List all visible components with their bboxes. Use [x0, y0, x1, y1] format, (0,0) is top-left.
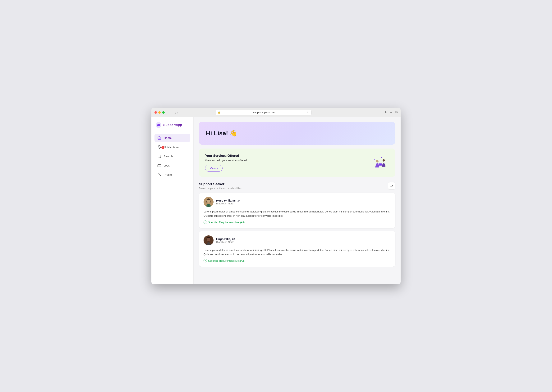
svg-point-7	[159, 173, 160, 175]
lock-icon: 🔒	[218, 111, 220, 114]
nav-arrows: ‹ ›	[174, 111, 178, 114]
sidebar-item-profile[interactable]: Profile	[154, 170, 190, 179]
address-bar[interactable]: 🔒 supportapp.com.au ↻	[216, 110, 312, 115]
svg-point-3	[159, 125, 160, 125]
refresh-icon[interactable]: ↻	[307, 111, 309, 114]
view-services-button[interactable]: View ›	[205, 165, 223, 171]
services-card: Your Services Offered View and edit your…	[199, 148, 395, 177]
section-title-group: Support Seeker Based on your profile and…	[199, 182, 241, 190]
notifications-icon: 4	[157, 145, 161, 149]
services-illustration: ✦ ✦ ✦	[370, 155, 389, 170]
main-content: Hi Lisa! 👋 Your Services Offered View an…	[194, 117, 400, 284]
close-button[interactable]	[154, 111, 157, 114]
section-title: Support Seeker	[199, 182, 241, 186]
filter-button[interactable]	[388, 182, 395, 189]
svg-point-13	[376, 160, 378, 162]
url-text: supportapp.com.au	[222, 111, 306, 114]
back-arrow[interactable]: ‹	[174, 111, 176, 114]
hero-greeting: Hi Lisa! 👋	[206, 130, 237, 137]
browser-actions: ⬇ ＋ ⧉	[385, 111, 398, 114]
profile-info-rose: Rose Williams, 34 Blackburn North	[216, 199, 240, 205]
maximize-button[interactable]	[162, 111, 165, 114]
check-icon-hugo	[203, 259, 207, 262]
section-header: Support Seeker Based on your profile and…	[199, 182, 395, 190]
svg-point-21	[392, 185, 393, 186]
home-icon	[157, 136, 161, 140]
profile-description-rose: Lorem ipsum dolor sit amet, consectetur …	[203, 210, 391, 218]
jobs-icon	[157, 163, 161, 168]
profile-icon	[157, 172, 161, 177]
forward-arrow[interactable]: ›	[177, 111, 178, 114]
search-label: Search	[164, 155, 173, 158]
section-subtitle: Based on your profile and availabilities	[199, 187, 241, 190]
profile-card-hugo[interactable]: Hugo Ellis, 28 Blackburn North Lorem ips…	[199, 231, 395, 267]
home-label: Home	[164, 136, 172, 140]
profile-card-rose[interactable]: Rose Williams, 34 Blackburn North Lorem …	[199, 193, 395, 228]
notifications-label: Notifications	[164, 146, 179, 149]
new-tab-icon[interactable]: ＋	[390, 111, 393, 114]
requirements-badge-hugo: Specified Requirements Met (All)	[203, 259, 391, 262]
jobs-label: Jobs	[164, 164, 170, 167]
notification-badge: 4	[161, 146, 164, 149]
services-subtitle: View and edit your services offered	[205, 159, 247, 162]
svg-text:✦: ✦	[374, 159, 375, 160]
sidebar-item-jobs[interactable]: Jobs	[154, 161, 190, 170]
logo: SupportApp	[154, 122, 190, 128]
traffic-lights	[154, 111, 165, 114]
avatar-hugo	[203, 235, 213, 245]
services-title: Your Services Offered	[205, 154, 247, 158]
chevron-right-icon: ›	[217, 167, 218, 170]
requirements-text-hugo: Specified Requirements Met (All)	[208, 259, 245, 262]
logo-icon	[155, 122, 162, 128]
profile-location-hugo: Blackburn North	[216, 241, 235, 244]
browser-content: SupportApp Home	[152, 117, 400, 284]
profile-header-rose: Rose Williams, 34 Blackburn North	[203, 197, 391, 207]
svg-point-2	[158, 125, 159, 125]
requirements-badge-rose: Specified Requirements Met (All)	[203, 221, 391, 224]
minimize-button[interactable]	[158, 111, 161, 114]
services-content: Your Services Offered View and edit your…	[205, 154, 247, 171]
profile-description-hugo: Lorem ipsum dolor sit amet, consectetur …	[203, 248, 391, 256]
check-icon-rose	[203, 221, 207, 224]
sidebar-item-search[interactable]: Search	[154, 152, 190, 161]
browser-window: ‹ › 🔒 supportapp.com.au ↻ ⬇ ＋ ⧉	[152, 108, 400, 284]
svg-text:✦: ✦	[385, 158, 386, 159]
hero-card: Hi Lisa! 👋	[199, 122, 395, 145]
svg-rect-6	[158, 165, 161, 167]
profile-name-hugo: Hugo Ellis, 28	[216, 237, 235, 241]
sidebar: SupportApp Home	[152, 117, 194, 284]
profile-location-rose: Blackburn North	[216, 202, 240, 205]
svg-point-14	[383, 159, 385, 161]
logo-text: SupportApp	[163, 123, 182, 127]
svg-line-5	[160, 157, 161, 158]
profile-info-hugo: Hugo Ellis, 28 Blackburn North	[216, 237, 235, 244]
browser-chrome: ‹ › 🔒 supportapp.com.au ↻ ⬇ ＋ ⧉	[152, 108, 400, 117]
tabs-icon[interactable]: ⧉	[395, 111, 398, 114]
sidebar-item-notifications[interactable]: 4 Notifications	[154, 143, 190, 151]
profile-header-hugo: Hugo Ellis, 28 Blackburn North	[203, 235, 391, 245]
search-icon	[157, 154, 161, 158]
download-icon[interactable]: ⬇	[385, 111, 387, 114]
svg-text:✦: ✦	[381, 157, 382, 158]
svg-point-1	[158, 125, 158, 125]
requirements-text-rose: Specified Requirements Met (All)	[208, 221, 245, 224]
profile-name-rose: Rose Williams, 34	[216, 199, 240, 202]
sidebar-toggle-button[interactable]	[168, 111, 172, 114]
sidebar-item-home[interactable]: Home	[154, 133, 190, 142]
profile-label: Profile	[164, 173, 172, 176]
avatar-rose	[203, 197, 213, 207]
